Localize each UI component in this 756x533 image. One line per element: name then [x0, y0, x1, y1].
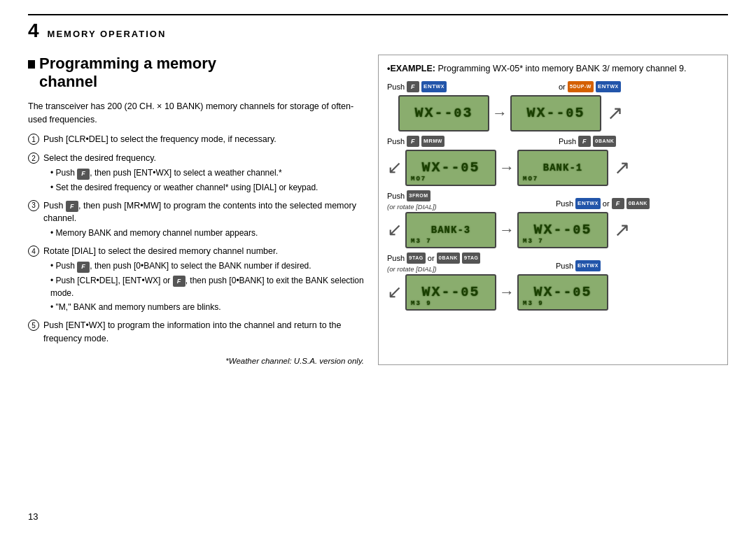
chapter-number: 4: [28, 20, 39, 42]
arrow-1: →: [492, 104, 507, 122]
steps-list: 1 Push [CLR•DEL] to select the frequency…: [28, 133, 364, 346]
arrow-4: →: [499, 283, 514, 301]
intro-text: The transceiver has 200 (20 CH. × 10 BAN…: [28, 100, 364, 127]
push-label-row1-left: Push F ENTWX: [387, 81, 547, 92]
step-4-circle: 4: [28, 246, 39, 257]
push-label-row4-right: Push ENTWX: [556, 260, 719, 271]
step-1-circle: 1: [28, 134, 39, 145]
step-1: 1 Push [CLR•DEL] to select the frequency…: [28, 133, 364, 146]
lcd-display-2: WX--05: [510, 95, 601, 132]
arrow-diagonal-2: ↗: [614, 156, 630, 179]
step-5-content: Push [ENT•WX] to program the information…: [43, 319, 364, 346]
step-1-content: Push [CLR•DEL] to select the frequency m…: [43, 133, 364, 146]
arrow-diagonal-3: ↗: [614, 218, 630, 241]
lcd-display-6: WX--05 M3 7: [517, 212, 608, 248]
step-2: 2 Select the desired frequency. Push F, …: [28, 152, 364, 194]
chapter-header: 4 MEMORY OPERATION: [28, 20, 728, 42]
lcd-display-5: BANK-3 M3 7: [405, 212, 496, 248]
top-rule: [28, 14, 728, 15]
step-3-bullet-1: Memory BANK and memory channel number ap…: [50, 227, 364, 239]
step-4: 4 Rotate [DIAL] to select the desired me…: [28, 245, 364, 313]
lcd-display-7: WX--05 M3 9: [405, 274, 496, 311]
rotate-label-4: (or rotate [DIAL]): [387, 265, 550, 273]
lcd-display-4: BANK-1 MO7: [517, 150, 608, 186]
right-column: •EXAMPLE: Programming WX-05* into memory…: [378, 55, 728, 365]
lcd-display-1: WX--03: [398, 95, 489, 132]
arrow-diagonal-1: ↗: [607, 101, 623, 125]
arrow-left-3: ↙: [387, 219, 402, 241]
chapter-title: MEMORY OPERATION: [48, 29, 167, 39]
content-area: Programming a memory channel The transce…: [28, 55, 728, 365]
step-3-circle: 3: [28, 200, 39, 211]
push-label-row4-left: Push 9TAG or 0BANK 9TAG: [387, 253, 550, 264]
rotate-label-3: (or rotate [DIAL]): [387, 203, 550, 211]
black-square-icon: [28, 60, 35, 69]
push-label-row2-left: Push F MR MW: [387, 136, 547, 147]
step-2-circle: 2: [28, 152, 39, 164]
step-2-bullet-1: Push F, then push [ENT•WX] to select a w…: [50, 166, 364, 180]
lcd-display-3: WX--05 MO7: [405, 150, 496, 186]
push-label-row1-right: or 5DUP-W ENTWX: [559, 81, 719, 92]
left-column: Programming a memory channel The transce…: [28, 55, 364, 365]
arrow-left-2: ↙: [387, 157, 402, 178]
step-5-circle: 5: [28, 320, 39, 331]
footnote: *Weather channel: U.S.A. version only.: [28, 357, 364, 365]
push-label-row2-right: Push F 0BANK: [559, 136, 719, 147]
step-2-content: Select the desired frequency. Push F, th…: [43, 152, 364, 194]
step-3-content: Push F, then push [MR•MW] to program the…: [43, 199, 364, 240]
step-3: 3 Push F, then push [MR•MW] to program t…: [28, 199, 364, 240]
section-title: Programming a memory channel: [28, 55, 364, 92]
step-4-content: Rotate [DIAL] to select the desired memo…: [43, 245, 364, 313]
page-number: 13: [28, 511, 38, 522]
example-header: •EXAMPLE: Programming WX-05* into memory…: [387, 62, 719, 76]
arrow-3: →: [499, 221, 514, 239]
arrow-2: →: [499, 159, 514, 177]
arrow-left-4: ↙: [387, 281, 402, 303]
push-label-row3-left: Push 3FROM: [387, 190, 550, 201]
step-4-bullet-2: Push [CLR•DEL], [ENT•WX] or F, then push…: [50, 274, 364, 300]
step-5: 5 Push [ENT•WX] to program the informati…: [28, 319, 364, 346]
push-label-row3-right: Push ENTWX or F 0BANK: [556, 198, 719, 209]
step-2-bullet-2: Set the desired frequency or weather cha…: [50, 181, 364, 194]
step-4-bullet-1: Push F, then push [0•BANK] to select the…: [50, 260, 364, 273]
page: 4 MEMORY OPERATION Programming a memory …: [0, 0, 756, 533]
lcd-display-8: WX--05 M3 9: [517, 274, 608, 311]
step-4-bullet-3: "M," BANK and memory numbers are blinks.: [50, 301, 364, 313]
